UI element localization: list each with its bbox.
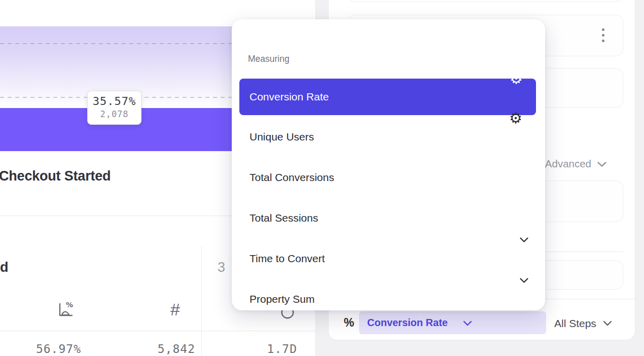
- chevron-down-icon: [519, 277, 529, 283]
- chevron-down-icon: [603, 321, 612, 326]
- menu-item-total-sessions[interactable]: Total Sessions: [232, 200, 545, 236]
- menu-item-time-to-convert[interactable]: Time to Convert: [232, 240, 545, 277]
- gear-icon[interactable]: ⚙: [508, 111, 523, 126]
- svg-text:%: %: [66, 301, 73, 309]
- menu-item-property-sum[interactable]: Property Sum: [232, 281, 545, 317]
- menu-item-conversion-rate[interactable]: Conversion Rate: [239, 79, 536, 115]
- funnel-report-screen: 35.57% 2,078 Checkout Started d 3 % # 56…: [0, 0, 644, 356]
- metric-conversion-rate: 56.97%: [20, 342, 81, 355]
- funnel-tooltip: 35.57% 2,078: [87, 91, 141, 125]
- menu-item-total-conversions[interactable]: Total Conversions: [232, 159, 545, 196]
- measuring-dropdown: Measuring Conversion Rate ⚙ Unique Users…: [232, 19, 545, 310]
- table-step-number: 3: [218, 260, 225, 275]
- chevron-down-icon: [597, 161, 607, 167]
- funnel-step-title: Checkout Started: [0, 168, 111, 184]
- chevron-down-icon: [463, 321, 472, 326]
- tooltip-count: 2,078: [88, 109, 141, 119]
- all-steps-selector[interactable]: All Steps: [554, 317, 596, 330]
- menu-item-unique-users[interactable]: Unique Users: [232, 119, 545, 155]
- table-step-label-truncated: d: [0, 260, 9, 275]
- dropdown-header: Measuring: [248, 54, 290, 64]
- metric-count: 5,842: [134, 342, 195, 355]
- tooltip-conversion-rate: 35.57%: [88, 95, 141, 108]
- gear-icon[interactable]: ⚙: [509, 71, 524, 86]
- chevron-down-icon: [519, 237, 529, 243]
- advanced-toggle[interactable]: Advanced: [545, 158, 591, 170]
- metric-avg-time: 1.7D: [236, 342, 297, 355]
- kebab-menu-icon[interactable]: [602, 28, 604, 42]
- count-hash-icon: #: [170, 300, 180, 318]
- table-row-divider: [0, 331, 315, 331]
- builder-row-card[interactable]: [347, 0, 623, 2]
- conversion-rate-chart-icon: %: [56, 300, 75, 318]
- percent-symbol: %: [344, 316, 354, 330]
- table-column-divider: [201, 246, 202, 356]
